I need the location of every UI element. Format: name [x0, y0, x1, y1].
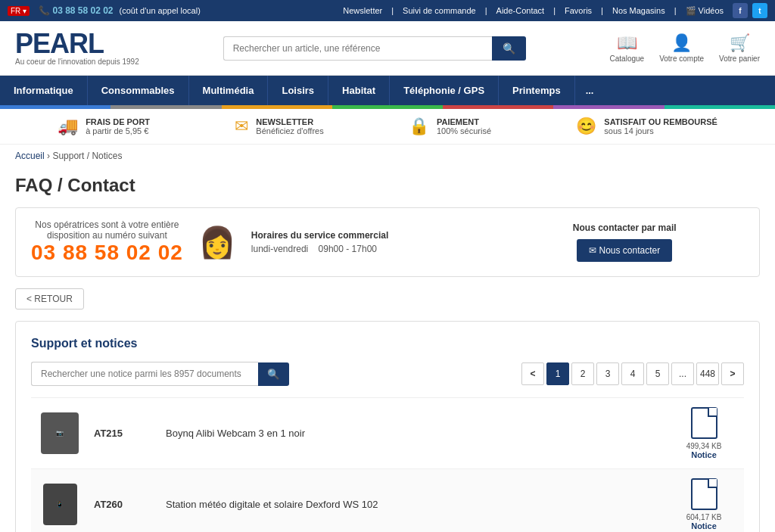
search-button[interactable]: 🔍	[492, 36, 526, 61]
nav-item-consommables[interactable]: Consommables	[88, 76, 189, 105]
help-contact-link[interactable]: Aide-Contact	[496, 6, 545, 15]
main-content: FAQ / Contact Nos opératrices sont à vot…	[0, 167, 775, 532]
notice-search-button[interactable]: 🔍	[258, 362, 289, 386]
nav-item-multimedia[interactable]: Multimédia	[189, 76, 269, 105]
shipping-text: FRAIS DE PORT à partir de 5,95 €	[86, 117, 150, 135]
social-icons: f t	[733, 3, 767, 18]
nav-item-informatique[interactable]: Informatique	[0, 76, 88, 105]
top-bar-left: FR ▾ 📞 03 88 58 02 02 (coût d'un appel l…	[8, 5, 201, 16]
color-bar-orange	[222, 105, 332, 109]
pagination-next[interactable]: >	[721, 362, 744, 385]
product-name-1: Station météo digitale et solaire Dexfor…	[166, 499, 658, 510]
catalogue-icon-btn[interactable]: 📖 Catalogue	[610, 33, 645, 63]
pagination-prev[interactable]: <	[521, 362, 544, 385]
color-bar-green	[332, 105, 443, 109]
mail-icon: ✉	[235, 117, 248, 136]
search-pagination-row: 🔍 < 1 2 3 4 5 ... 448 >	[31, 362, 744, 386]
breadcrumb: Accueil › Support / Notices	[0, 145, 775, 167]
favorites-link[interactable]: Favoris	[565, 6, 592, 15]
pagination-ellipsis: ...	[671, 362, 694, 385]
account-icon-btn[interactable]: 👤 Votre compte	[659, 33, 704, 63]
pagination-page-2[interactable]: 2	[571, 362, 594, 385]
pagination-page-5[interactable]: 5	[646, 362, 669, 385]
nav-item-printemps[interactable]: Printemps	[499, 76, 575, 105]
product-thumb-1: 📱	[37, 482, 82, 527]
breadcrumb-current: Support / Notices	[52, 151, 122, 161]
twitter-icon[interactable]: t	[752, 3, 767, 18]
notice-file-icon-1	[691, 478, 717, 510]
product-name-0: Boynq Alibi Webcam 3 en 1 noir	[166, 428, 658, 439]
newsletter-text: NEWSLETTER Bénéficiez d'offres	[256, 117, 323, 135]
search-input[interactable]	[223, 36, 492, 61]
faq-title: FAQ / Contact	[15, 175, 760, 196]
breadcrumb-home[interactable]: Accueil	[15, 151, 45, 161]
truck-icon: 🚚	[58, 117, 78, 136]
country-flag[interactable]: FR ▾	[8, 6, 30, 16]
logo-tagline: Au coeur de l'innovation depuis 1992	[15, 58, 139, 66]
color-bar-gray	[110, 105, 221, 109]
notice-size-1: 604,17 KB	[670, 513, 738, 521]
mail-title: Nous contacter par mail	[505, 222, 744, 233]
color-bar-teal	[665, 105, 775, 109]
contact-desc: Nos opératrices sont à votre entière dis…	[31, 219, 183, 265]
payment-text: PAIEMENT 100% sécurisé	[437, 117, 491, 135]
notice-size-0: 499,34 KB	[670, 442, 738, 450]
pagination-page-4[interactable]: 4	[621, 362, 644, 385]
color-bar-purple	[553, 105, 664, 109]
satisfaction-text: SATISFAIT OU REMBOURSÉ sous 14 jours	[604, 117, 717, 135]
product-list: 📷 AT215 Boynq Alibi Webcam 3 en 1 noir 4…	[31, 397, 744, 532]
product-ref-0: AT215	[94, 428, 154, 439]
hours-title: Horaires du service commercial	[251, 230, 490, 241]
logo[interactable]: PEARL Au coeur de l'innovation depuis 19…	[15, 30, 139, 66]
pagination-page-1[interactable]: 1	[546, 362, 569, 385]
cart-icon: 🛒	[719, 33, 760, 53]
back-button[interactable]: < RETOUR	[15, 288, 84, 310]
product-ref-1: AT260	[94, 499, 154, 510]
notice-search: 🔍	[31, 362, 289, 386]
notice-search-input[interactable]	[31, 362, 258, 386]
contact-box: Nos opératrices sont à votre entière dis…	[15, 207, 760, 277]
pagination-last[interactable]: 448	[696, 362, 719, 385]
nav-item-habitat[interactable]: Habitat	[328, 76, 390, 105]
phone-number: 📞 03 88 58 02 02	[39, 5, 113, 16]
hours-detail: lundi-vendredi 09h00 - 17h00	[251, 244, 490, 254]
nav-item-loisirs[interactable]: Loisirs	[268, 76, 328, 105]
lock-icon: 🔒	[409, 117, 429, 136]
support-section: Support et notices 🔍 < 1 2 3 4 5 ... 448…	[15, 321, 760, 532]
contact-mail-button[interactable]: ✉ Nous contacter	[577, 239, 672, 262]
notice-file-icon-0	[691, 407, 717, 439]
cart-icon-btn[interactable]: 🛒 Votre panier	[719, 33, 760, 63]
operator-image: 👩	[198, 225, 236, 260]
videos-link[interactable]: 🎬 Vidéos	[686, 6, 724, 16]
main-nav: Informatique Consommables Multimédia Loi…	[0, 76, 775, 105]
product-notice-1[interactable]: 604,17 KB Notice	[670, 478, 738, 530]
pagination-page-3[interactable]: 3	[596, 362, 619, 385]
payment-info: 🔒 PAIEMENT 100% sécurisé	[409, 117, 491, 136]
top-bar: FR ▾ 📞 03 88 58 02 02 (coût d'un appel l…	[0, 0, 775, 21]
header: PEARL Au coeur de l'innovation depuis 19…	[0, 21, 775, 76]
cart-label: Votre panier	[719, 54, 760, 63]
support-title: Support et notices	[31, 337, 744, 350]
color-bar-blue	[0, 105, 110, 109]
product-thumb-0: 📷	[37, 411, 82, 456]
shipping-info: 🚚 FRAIS DE PORT à partir de 5,95 €	[58, 117, 150, 136]
search-bar: 🔍	[223, 36, 526, 61]
color-bar	[0, 105, 775, 109]
mail-section: Nous contacter par mail ✉ Nous contacter	[505, 222, 744, 262]
nav-more-btn[interactable]: ...	[575, 76, 605, 105]
product-row: 📱 AT260 Station météo digitale et solair…	[31, 469, 744, 532]
stores-link[interactable]: Nos Magasins	[612, 6, 665, 15]
facebook-icon[interactable]: f	[733, 3, 748, 18]
catalogue-label: Catalogue	[610, 54, 645, 63]
newsletter-info: ✉ NEWSLETTER Bénéficiez d'offres	[235, 117, 323, 136]
product-notice-0[interactable]: 499,34 KB Notice	[670, 407, 738, 459]
logo-text: PEARL	[15, 30, 139, 58]
newsletter-link[interactable]: Newsletter	[343, 6, 382, 15]
info-bar: 🚚 FRAIS DE PORT à partir de 5,95 € ✉ NEW…	[0, 109, 775, 145]
order-tracking-link[interactable]: Suivi de commande	[403, 6, 476, 15]
product-row: 📷 AT215 Boynq Alibi Webcam 3 en 1 noir 4…	[31, 398, 744, 469]
top-bar-right: Newsletter | Suivi de commande | Aide-Co…	[343, 3, 767, 18]
color-bar-red	[443, 105, 553, 109]
nav-item-telephonie[interactable]: Téléphonie / GPS	[390, 76, 499, 105]
contact-phone: 03 88 58 02 02	[31, 241, 183, 265]
